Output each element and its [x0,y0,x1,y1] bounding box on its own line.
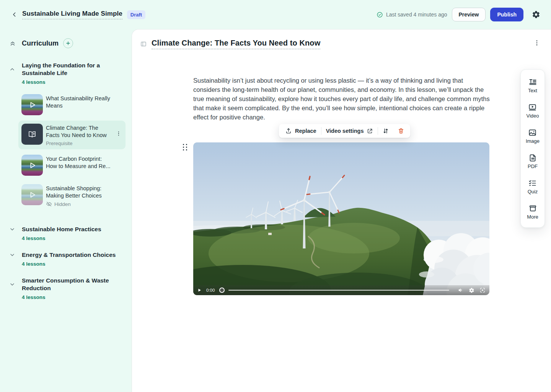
lesson-kebab-menu[interactable] [116,131,122,137]
tool-more[interactable]: More [527,204,538,220]
video-settings-label: Video settings [326,128,364,134]
curriculum-section: Energy & Transportation Choices 4 lesson… [0,251,132,267]
replace-label: Replace [295,128,316,134]
kebab-icon [533,39,540,46]
lesson-title: What Sustainability Really Means [46,95,113,109]
play-icon [197,288,202,292]
eye-off-icon [46,201,52,207]
lesson-thumbnail [21,124,43,145]
kebab-icon [116,131,122,137]
panel-toggle-button[interactable] [140,41,147,47]
tool-image[interactable]: Image [526,128,540,144]
tool-text[interactable]: Text [528,78,537,93]
upload-icon [285,127,292,134]
delete-button[interactable] [393,124,409,138]
block-drag-handle[interactable] [183,144,189,152]
lesson-title: Sustainable Shopping: Making Better Choi… [46,185,113,199]
section-header[interactable]: Energy & Transportation Choices [0,251,132,259]
hidden-label: Hidden [54,201,71,207]
section-lesson-count: 4 lessons [22,261,132,267]
video-settings-button[interactable]: Video settings [321,124,378,138]
curriculum-title: Curriculum [22,39,59,47]
external-link-icon [367,128,373,134]
chevron-down-icon [9,281,15,287]
section-title: Energy & Transportation Choices [22,251,116,259]
more-tool-icon [528,204,537,213]
play-icon [28,100,37,109]
current-time: 0:00 [206,288,215,292]
image-tool-icon [528,128,537,137]
double-chevron-up-icon [9,40,16,47]
publish-button[interactable]: Publish [490,8,523,21]
wind-farm-video-frame [193,142,489,295]
block-toolbar: Replace Video settings [279,124,410,138]
panel-layout-icon [140,41,147,47]
play-button[interactable] [197,288,202,292]
play-icon [28,190,37,199]
lesson-badge-prerequisite: Prerequisite [46,140,113,146]
page-kebab-menu[interactable] [533,39,540,46]
progress-track[interactable] [228,290,449,291]
video-player[interactable]: 0:00 [193,142,489,295]
play-icon [28,161,37,170]
trash-icon [398,127,404,134]
lesson-thumbnail [21,94,43,115]
lesson-item-selected[interactable]: Climate Change: The Facts You Need to Kn… [18,121,126,149]
section-lesson-count: 4 lessons [22,79,132,85]
content-tools-panel: Text Video Image PDF Quiz More [520,69,545,228]
section-header[interactable]: Laying the Foundation for a Sustainable … [0,62,132,77]
tool-label: Text [528,88,537,93]
back-chevron-icon [11,11,18,18]
pdf-tool-icon [528,154,537,162]
volume-icon [458,287,464,293]
course-title[interactable]: Sustainable Living Made Simple [22,10,122,20]
lesson-item-hidden[interactable]: Sustainable Shopping: Making Better Choi… [18,181,126,210]
settings-button[interactable] [530,9,542,20]
tool-video[interactable]: Video [526,103,539,119]
quiz-tool-icon [528,179,537,188]
plus-icon [65,41,71,46]
curriculum-section: Sustainable Home Practices 4 lessons [0,225,132,241]
lesson-intro-paragraph[interactable]: Sustainability isn’t just about recyclin… [193,76,491,122]
curriculum-section: Smarter Consumption & Waste Reduction 4 … [0,277,132,300]
back-button[interactable] [9,9,20,20]
section-title: Laying the Foundation for a Sustainable … [22,62,117,77]
top-bar: Sustainable Living Made Simple Draft Las… [0,0,551,29]
chevron-down-icon [9,226,15,232]
section-lesson-count: 4 lessons [22,235,132,241]
player-gear-icon [469,287,474,293]
video-tool-icon [528,103,537,112]
tool-label: More [527,214,538,220]
seek-scrubber[interactable] [219,287,225,293]
add-section-button[interactable] [63,38,73,48]
chevron-down-icon [9,252,15,258]
lesson-editor-panel: Climate Change: The Facts You Need to Kn… [132,29,551,392]
curriculum-sidebar: Curriculum Laying the Foundation for a S… [0,29,132,392]
collapse-all-button[interactable] [9,40,16,47]
lesson-item[interactable]: What Sustainability Really Means [18,91,126,118]
reorder-button[interactable] [378,124,393,138]
tool-label: PDF [528,163,538,169]
lesson-item[interactable]: Your Carbon Footprint: How to Measure an… [18,152,126,179]
last-saved-text: Last saved 4 minutes ago [386,11,447,18]
section-title: Smarter Consumption & Waste Reduction [22,277,117,292]
tool-pdf[interactable]: PDF [528,154,538,169]
preview-button[interactable]: Preview [452,8,486,21]
section-header[interactable]: Smarter Consumption & Waste Reduction [0,277,132,292]
video-controls-bar: 0:00 [193,285,489,295]
saved-check-icon [377,11,383,18]
section-lesson-count: 4 lessons [22,294,132,300]
section-header[interactable]: Sustainable Home Practices [0,225,132,233]
draft-badge: Draft [127,10,145,19]
lesson-page-title[interactable]: Climate Change: The Facts You Need to Kn… [152,39,320,49]
tool-quiz[interactable]: Quiz [528,179,538,194]
tool-label: Quiz [528,189,538,194]
swap-arrows-icon [382,127,389,134]
tool-label: Image [526,138,540,144]
replace-button[interactable]: Replace [280,124,321,138]
chevron-up-icon [9,66,15,72]
fullscreen-button[interactable] [479,287,486,293]
player-settings-button[interactable] [469,287,474,293]
volume-button[interactable] [458,287,464,293]
lesson-title: Your Carbon Footprint: How to Measure an… [46,155,113,170]
